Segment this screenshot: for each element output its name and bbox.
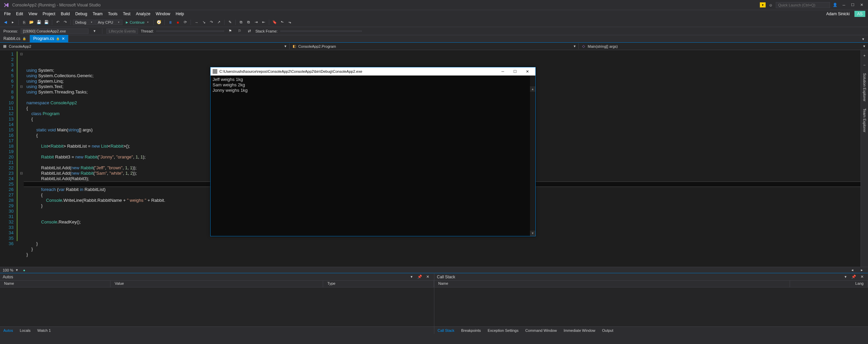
- col-name[interactable]: Name: [0, 281, 111, 287]
- scroll-down-icon[interactable]: ▼: [530, 231, 535, 236]
- menu-help[interactable]: Help: [173, 11, 187, 17]
- feedback-icon[interactable]: ☺: [767, 1, 774, 9]
- close-button[interactable]: ✕: [858, 1, 865, 9]
- menu-file[interactable]: File: [1, 11, 13, 17]
- sign-in-icon[interactable]: 👤: [831, 1, 839, 9]
- close-icon[interactable]: ✕: [859, 274, 865, 280]
- menu-build[interactable]: Build: [58, 11, 73, 17]
- outdent-icon[interactable]: ⇤: [260, 19, 267, 26]
- comment-icon[interactable]: ⧉: [238, 19, 244, 26]
- pause-icon[interactable]: ⏸: [167, 19, 174, 26]
- tab-locals[interactable]: Locals: [16, 327, 34, 334]
- process-dropdown[interactable]: [19360] ConsoleApp2.exe: [21, 28, 88, 34]
- console-window[interactable]: C:\Users\rushd\source\repos\ConsoleApp2\…: [210, 67, 536, 236]
- bookmark-prev-icon[interactable]: ⬑: [279, 19, 285, 26]
- tab-breakpoints[interactable]: Breakpoints: [458, 327, 484, 334]
- collapse-icon[interactable]: −: [861, 62, 868, 68]
- scroll-h-icon[interactable]: ▸: [859, 267, 865, 274]
- tab-rabbit-cs[interactable]: Rabbit.cs 🔒: [0, 35, 30, 42]
- thread-flag-icon[interactable]: ⚑: [227, 28, 234, 35]
- menu-test[interactable]: Test: [120, 11, 133, 17]
- undo-icon[interactable]: ↶: [54, 19, 61, 26]
- maximize-button[interactable]: ☐: [849, 1, 856, 9]
- save-all-icon[interactable]: 💾: [43, 19, 50, 26]
- menu-debug[interactable]: Debug: [73, 11, 90, 17]
- bookmark-next-icon[interactable]: ⬎: [286, 19, 293, 26]
- notification-badge[interactable]: ▾: [760, 2, 766, 7]
- solution-platform-dropdown[interactable]: Any CPU: [95, 20, 122, 25]
- open-file-icon[interactable]: 📂: [28, 19, 35, 26]
- pin-icon[interactable]: 📌: [850, 274, 857, 280]
- menu-view[interactable]: View: [26, 11, 40, 17]
- menu-window[interactable]: Window: [153, 11, 173, 17]
- nav-method[interactable]: ◇ Main(string[] args) ▾: [579, 43, 868, 49]
- tab-autos[interactable]: Autos: [0, 327, 16, 334]
- nav-back-icon[interactable]: ◀: [2, 19, 9, 26]
- find-icon[interactable]: ✎: [226, 19, 233, 26]
- window-position-icon[interactable]: ▾: [842, 274, 849, 280]
- uncomment-icon[interactable]: ⧉: [245, 19, 252, 26]
- tab-command-window[interactable]: Command Window: [522, 327, 560, 334]
- step-into-icon[interactable]: ↘: [200, 19, 207, 26]
- nav-class[interactable]: ◧ ConsoleApp2.Program ▾: [290, 43, 579, 49]
- lifecycle-dropdown[interactable]: Lifecycle Events: [106, 28, 138, 34]
- col-name[interactable]: Name: [434, 281, 790, 287]
- bookmark-icon[interactable]: 🔖: [271, 19, 278, 26]
- cycle-process-icon[interactable]: ▾: [91, 28, 98, 35]
- menu-team[interactable]: Team: [90, 11, 105, 17]
- continue-button[interactable]: Continue: [123, 20, 151, 25]
- browser-select-icon[interactable]: 🧭: [156, 19, 162, 26]
- quick-launch-input[interactable]: [776, 2, 830, 8]
- redo-icon[interactable]: ↷: [62, 19, 68, 26]
- console-output[interactable]: Jeff weighs 1kg Sam weighs 2kg Jonny wei…: [211, 76, 535, 236]
- pin-icon[interactable]: 📌: [416, 274, 423, 280]
- save-icon[interactable]: 💾: [36, 19, 42, 26]
- thread-filter-icon[interactable]: ⚐: [236, 28, 243, 35]
- thread-dropdown[interactable]: [156, 30, 224, 32]
- solution-config-dropdown[interactable]: Debug: [73, 20, 95, 25]
- menu-tools[interactable]: Tools: [105, 11, 120, 17]
- restart-icon[interactable]: ⟳: [182, 19, 189, 26]
- step-over-icon[interactable]: ↷: [208, 19, 215, 26]
- stackframe-dropdown[interactable]: [280, 30, 362, 32]
- scroll-up-icon[interactable]: ▲: [530, 86, 535, 92]
- console-minimize-button[interactable]: ─: [497, 67, 509, 76]
- tab-output[interactable]: Output: [599, 327, 617, 334]
- col-lang[interactable]: Lang: [790, 281, 868, 287]
- window-position-icon[interactable]: ▾: [408, 274, 415, 280]
- zoom-dropdown-icon[interactable]: ▾: [16, 268, 18, 272]
- scroll-h-icon[interactable]: ◂: [849, 267, 856, 274]
- tab-watch1[interactable]: Watch 1: [34, 327, 54, 334]
- tab-callstack[interactable]: Call Stack: [434, 327, 458, 334]
- nav-fwd-icon[interactable]: ▸: [9, 19, 16, 26]
- close-icon[interactable]: ✕: [425, 274, 431, 280]
- console-titlebar[interactable]: C:\Users\rushd\source\repos\ConsoleApp2\…: [211, 67, 535, 76]
- thread-switch-icon[interactable]: ⇄: [246, 28, 253, 35]
- console-maximize-button[interactable]: ☐: [509, 67, 521, 76]
- minimize-button[interactable]: ─: [840, 1, 848, 9]
- team-explorer-tab[interactable]: Team Explorer: [862, 106, 867, 134]
- show-next-icon[interactable]: →: [193, 19, 200, 26]
- no-issues-icon[interactable]: ●: [21, 267, 27, 274]
- solution-explorer-tab[interactable]: Solution Explorer: [862, 71, 867, 104]
- tab-exception-settings[interactable]: Exception Settings: [484, 327, 522, 334]
- expand-icon[interactable]: +: [861, 52, 868, 59]
- user-name[interactable]: Adam SinickiAS: [821, 11, 867, 17]
- nav-project[interactable]: ▦ ConsoleApp2 ▾: [0, 43, 290, 49]
- close-icon[interactable]: ✕: [62, 37, 65, 41]
- menu-analyze[interactable]: Analyze: [133, 11, 153, 17]
- stop-icon[interactable]: ■: [174, 19, 181, 26]
- col-type[interactable]: Type: [323, 281, 434, 287]
- console-scrollbar[interactable]: ▲ ▼: [530, 76, 535, 236]
- active-files-dropdown-icon[interactable]: ▾: [860, 36, 867, 42]
- zoom-level[interactable]: 100 %: [3, 268, 13, 272]
- menu-edit[interactable]: Edit: [13, 11, 26, 17]
- step-out-icon[interactable]: ↗: [215, 19, 222, 26]
- new-project-icon[interactable]: ⎘: [21, 19, 27, 26]
- col-value[interactable]: Value: [111, 281, 323, 287]
- fold-column[interactable]: ⊟⊟⊟: [19, 50, 24, 267]
- tab-immediate-window[interactable]: Immediate Window: [560, 327, 599, 334]
- tab-program-cs[interactable]: Program.cs 🔒 ✕: [30, 35, 68, 42]
- indent-icon[interactable]: ⇥: [253, 19, 259, 26]
- console-close-button[interactable]: ✕: [521, 67, 533, 76]
